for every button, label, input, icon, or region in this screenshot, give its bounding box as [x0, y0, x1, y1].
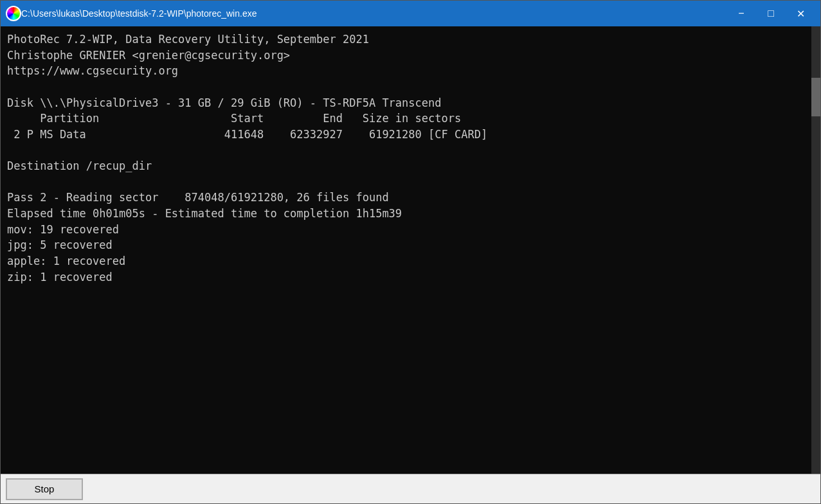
- title-bar: C:\Users\lukas\Desktop\testdisk-7.2-WIP\…: [1, 1, 820, 26]
- console-line-3: https://www.cgsecurity.org: [7, 64, 178, 77]
- scrollbar[interactable]: [811, 26, 820, 474]
- console-line-6: Partition Start End Size in sectors: [7, 112, 461, 125]
- scrollbar-thumb[interactable]: [811, 78, 820, 116]
- maximize-button[interactable]: □: [756, 1, 786, 26]
- console-line-11: Pass 2 - Reading sector 874048/61921280,…: [7, 191, 389, 204]
- close-button[interactable]: ✕: [786, 1, 815, 26]
- bottom-bar: Stop: [1, 474, 820, 503]
- console-line-2: Christophe GRENIER <grenier@cgsecurity.o…: [7, 49, 290, 62]
- main-window: C:\Users\lukas\Desktop\testdisk-7.2-WIP\…: [0, 0, 821, 504]
- app-icon: [6, 6, 21, 21]
- console-line-9: Destination /recup_dir: [7, 159, 152, 172]
- console-output: PhotoRec 7.2-WIP, Data Recovery Utility,…: [7, 32, 814, 469]
- console-line-7: 2 P MS Data 411648 62332927 61921280 [CF…: [7, 128, 487, 141]
- console-line-13: mov: 19 recovered: [7, 223, 119, 236]
- console-line-14: jpg: 5 recovered: [7, 239, 113, 251]
- console-line-16: zip: 1 recovered: [7, 271, 113, 284]
- window-controls: − □ ✕: [726, 1, 815, 26]
- minimize-button[interactable]: −: [726, 1, 756, 26]
- window-title: C:\Users\lukas\Desktop\testdisk-7.2-WIP\…: [21, 8, 726, 19]
- console-line-5: Disk \\.\PhysicalDrive3 - 31 GB / 29 GiB…: [7, 96, 442, 109]
- stop-button[interactable]: Stop: [6, 478, 83, 500]
- console-line-1: PhotoRec 7.2-WIP, Data Recovery Utility,…: [7, 33, 369, 46]
- console-line-15: apple: 1 recovered: [7, 255, 125, 267]
- console-line-12: Elapsed time 0h01m05s - Estimated time t…: [7, 207, 402, 220]
- console-area: PhotoRec 7.2-WIP, Data Recovery Utility,…: [1, 26, 820, 474]
